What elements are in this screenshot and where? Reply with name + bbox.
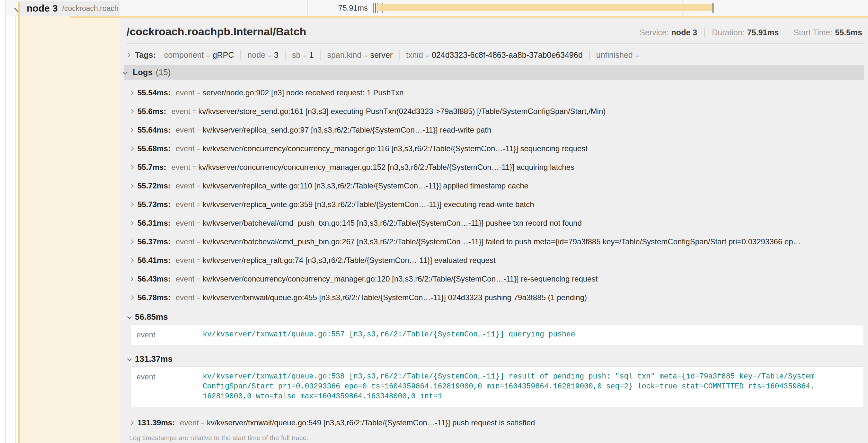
logs-accordion-header[interactable]: Logs (15) xyxy=(124,65,864,79)
log-marker[interactable] xyxy=(375,3,376,13)
tags-list: component = gRPC node = 3 sb = 1 span.ki… xyxy=(158,50,648,60)
log-field-key: event xyxy=(176,88,195,97)
log-field-value: kv/kvserver/replica_raft.go:74 [n3,s3,r6… xyxy=(203,256,496,265)
span-detail-header: /cockroach.roachpb.Internal/Batch Servic… xyxy=(127,25,862,38)
log-field-key: event xyxy=(176,144,195,153)
tag-item[interactable]: component = gRPC xyxy=(158,50,241,60)
chevron-down-icon xyxy=(127,315,132,319)
start-time-value: 55.5ms xyxy=(835,28,862,37)
log-field-key: event xyxy=(136,372,203,402)
log-fields-table: event kv/kvserver/txnwait/queue.go:538 [… xyxy=(131,366,863,407)
equals-sign: = xyxy=(192,164,196,171)
equals-sign: = xyxy=(196,201,200,208)
duration-value: 75.91ms xyxy=(747,28,779,37)
tags-accordion-header[interactable]: Tags: component = gRPC node = 3 sb = 1 s… xyxy=(127,49,864,60)
log-field-key: event xyxy=(176,274,195,283)
log-field-value: kv/kvserver/txnwait/queue.go:549 [n3,s3,… xyxy=(207,418,535,427)
equals-sign: = xyxy=(196,182,200,190)
log-field-key: event xyxy=(180,418,199,427)
equals-sign: = xyxy=(196,275,200,282)
log-row[interactable]: 56.37ms: event = kv/kvserver/batcheval/c… xyxy=(124,232,864,251)
tag-value: 024d3323-6c8f-4863-aa8b-37ab0e63496d xyxy=(432,50,583,60)
log-row[interactable]: 55.6ms: event = kv/kvserver/store_send.g… xyxy=(124,102,864,121)
stat-separator xyxy=(704,29,705,37)
log-row[interactable]: 56.43ms: event = kv/kvserver/concurrency… xyxy=(124,270,864,288)
tag-value: server xyxy=(370,50,393,60)
log-row[interactable]: 55.64ms: event = kv/kvserver/replica_sen… xyxy=(124,121,864,139)
log-timestamp: 55.54ms: xyxy=(137,88,170,97)
tag-value: gRPC xyxy=(213,50,234,60)
log-row[interactable]: 55.73ms: event = kv/kvserver/replica_wri… xyxy=(124,195,864,214)
log-field-key: event xyxy=(176,256,195,265)
equals-sign: = xyxy=(196,145,200,152)
log-field-key: event xyxy=(171,107,190,116)
log-timestamp: 55.72ms: xyxy=(137,181,170,190)
chevron-down-icon xyxy=(123,70,127,74)
equals-sign: = xyxy=(207,52,210,59)
equals-sign: = xyxy=(196,127,200,134)
equals-sign: = xyxy=(196,219,200,227)
log-marker-end[interactable] xyxy=(713,3,713,13)
tag-key: sb xyxy=(292,50,300,60)
log-field-key: event xyxy=(176,218,195,228)
log-row[interactable]: 55.72ms: event = kv/kvserver/replica_wri… xyxy=(124,176,864,195)
equals-sign: = xyxy=(196,257,200,264)
log-field-value: kv/kvserver/replica_write.go:359 [n3,s3,… xyxy=(203,200,534,209)
equals-sign: = xyxy=(364,52,368,59)
chevron-right-icon xyxy=(129,146,134,151)
stat-separator xyxy=(786,29,786,37)
span-operation-name: /cockroach.roach… xyxy=(62,4,120,13)
log-row[interactable]: 56.31ms: event = kv/kvserver/batcheval/c… xyxy=(124,214,864,232)
log-field-value: kv/kvserver/concurrency/concurrency_mana… xyxy=(203,144,588,153)
log-row-expanded-header[interactable]: 131.37ms xyxy=(124,351,864,366)
log-row[interactable]: 55.54ms: event = server/node.go:902 [n3]… xyxy=(124,83,864,102)
log-field-key: event xyxy=(171,163,190,172)
equals-sign: = xyxy=(426,52,429,59)
equals-sign: = xyxy=(196,294,200,301)
span-service-name: node 3 xyxy=(27,3,58,14)
tag-item[interactable]: txnid = 024d3323-6c8f-4863-aa8b-37ab0e63… xyxy=(400,50,590,60)
log-row[interactable]: 131.39ms: event = kv/kvserver/txnwait/qu… xyxy=(124,413,864,432)
chevron-down-icon xyxy=(127,356,132,361)
tag-item[interactable]: unfinished = xyxy=(590,50,648,60)
chevron-right-icon xyxy=(126,53,130,57)
log-row-expanded-header[interactable]: 56.85ms xyxy=(124,309,864,324)
log-row[interactable]: 56.41ms: event = kv/kvserver/replica_raf… xyxy=(124,251,864,270)
tag-key: span.kind xyxy=(327,50,362,60)
logs-title: Logs xyxy=(133,67,153,77)
tags-label: Tags: xyxy=(135,50,156,60)
log-row[interactable]: 55.68ms: event = kv/kvserver/concurrency… xyxy=(124,139,864,158)
logs-count: (15) xyxy=(156,67,170,77)
equals-sign: = xyxy=(201,419,205,426)
log-timestamp: 56.43ms: xyxy=(137,274,170,283)
equals-sign: = xyxy=(268,52,272,59)
log-timestamp: 55.6ms: xyxy=(137,107,166,116)
log-entry-expanded: 131.37ms event kv/kvserver/txnwait/queue… xyxy=(124,351,864,407)
log-timestamp: 55.73ms: xyxy=(137,200,170,209)
tag-value: 3 xyxy=(274,50,279,60)
span-name-cell[interactable]: node 3 /cockroach.roach… xyxy=(20,1,120,16)
chevron-right-icon xyxy=(129,295,134,300)
log-row[interactable]: 55.7ms: event = kv/kvserver/concurrency/… xyxy=(124,158,864,176)
log-field-key: event xyxy=(136,330,203,340)
tag-item[interactable]: sb = 1 xyxy=(286,50,320,60)
log-row[interactable]: 56.78ms: event = kv/kvserver/txnwait/que… xyxy=(124,288,864,307)
log-field-key: event xyxy=(176,181,195,190)
equals-sign: = xyxy=(192,108,196,115)
trace-timeline-view: node 3 /cockroach.roach… 75.91ms /cockro… xyxy=(0,0,868,443)
log-entry-expanded: 56.85ms event kv/kvserver/txnwait/queue.… xyxy=(124,309,864,345)
log-field-key: event xyxy=(176,293,195,302)
log-timestamp: 55.7ms: xyxy=(137,163,166,172)
chevron-right-icon xyxy=(129,202,134,207)
service-value: node 3 xyxy=(672,28,698,37)
tag-item[interactable]: node = 3 xyxy=(241,50,286,60)
tag-item[interactable]: span.kind = server xyxy=(320,50,400,60)
chevron-right-icon xyxy=(129,258,134,263)
span-row[interactable]: node 3 /cockroach.roach… 75.91ms xyxy=(6,0,868,16)
log-timestamp: 56.37ms: xyxy=(137,237,170,246)
log-marker[interactable] xyxy=(373,3,374,13)
header-divider xyxy=(127,43,864,44)
log-field-value: server/node.go:902 [n3] node received re… xyxy=(203,88,404,97)
log-marker[interactable] xyxy=(371,3,371,13)
span-duration-bar[interactable] xyxy=(376,4,713,11)
